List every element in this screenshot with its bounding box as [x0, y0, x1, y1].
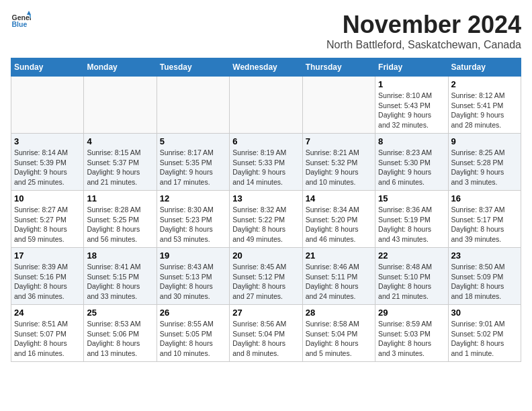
calendar-cell: 3Sunrise: 8:14 AM Sunset: 5:39 PM Daylig… [11, 134, 84, 191]
calendar-cell: 15Sunrise: 8:36 AM Sunset: 5:19 PM Dayli… [375, 191, 448, 248]
day-header-friday: Friday [375, 58, 448, 77]
day-number: 20 [232, 250, 299, 261]
day-header-tuesday: Tuesday [157, 58, 229, 77]
day-number: 15 [378, 193, 445, 203]
day-info: Sunrise: 8:36 AM Sunset: 5:19 PM Dayligh… [378, 205, 445, 244]
day-header-monday: Monday [84, 58, 157, 77]
day-info: Sunrise: 8:15 AM Sunset: 5:37 PM Dayligh… [87, 148, 153, 187]
calendar-cell: 19Sunrise: 8:43 AM Sunset: 5:13 PM Dayli… [157, 248, 229, 305]
day-info: Sunrise: 8:46 AM Sunset: 5:11 PM Dayligh… [306, 262, 372, 302]
day-number: 4 [87, 136, 153, 146]
day-info: Sunrise: 8:19 AM Sunset: 5:33 PM Dayligh… [232, 148, 299, 187]
day-number: 7 [306, 136, 372, 146]
calendar-cell [11, 77, 84, 134]
month-title: November 2024 [326, 11, 521, 39]
calendar-cell: 7Sunrise: 8:21 AM Sunset: 5:32 PM Daylig… [302, 134, 375, 191]
day-number: 25 [87, 308, 153, 318]
calendar-week-row: 10Sunrise: 8:27 AM Sunset: 5:27 PM Dayli… [11, 191, 521, 248]
day-number: 2 [451, 79, 518, 89]
day-info: Sunrise: 8:43 AM Sunset: 5:13 PM Dayligh… [160, 262, 226, 302]
day-number: 18 [87, 250, 153, 261]
day-number: 28 [306, 308, 372, 318]
day-info: Sunrise: 9:01 AM Sunset: 5:02 PM Dayligh… [451, 319, 518, 359]
day-number: 14 [306, 193, 372, 203]
day-info: Sunrise: 8:28 AM Sunset: 5:25 PM Dayligh… [87, 205, 153, 244]
day-number: 19 [160, 250, 226, 261]
calendar-cell: 25Sunrise: 8:53 AM Sunset: 5:06 PM Dayli… [84, 305, 157, 362]
day-number: 30 [451, 308, 518, 318]
day-number: 21 [306, 250, 372, 261]
logo-icon: General Blue [11, 11, 31, 31]
calendar-cell: 13Sunrise: 8:32 AM Sunset: 5:22 PM Dayli… [230, 191, 302, 248]
day-info: Sunrise: 8:27 AM Sunset: 5:27 PM Dayligh… [14, 205, 81, 244]
svg-text:Blue: Blue [12, 20, 28, 28]
day-info: Sunrise: 8:59 AM Sunset: 5:03 PM Dayligh… [378, 319, 445, 359]
day-header-wednesday: Wednesday [230, 58, 302, 77]
day-info: Sunrise: 8:10 AM Sunset: 5:43 PM Dayligh… [378, 91, 445, 130]
day-number: 26 [160, 308, 226, 318]
calendar-header-row: SundayMondayTuesdayWednesdayThursdayFrid… [11, 58, 521, 77]
day-number: 29 [378, 308, 445, 318]
day-header-thursday: Thursday [302, 58, 375, 77]
day-number: 1 [378, 79, 445, 89]
day-number: 6 [232, 136, 299, 146]
calendar-cell: 18Sunrise: 8:41 AM Sunset: 5:15 PM Dayli… [84, 248, 157, 305]
calendar-cell: 27Sunrise: 8:56 AM Sunset: 5:04 PM Dayli… [230, 305, 302, 362]
calendar-cell: 9Sunrise: 8:25 AM Sunset: 5:28 PM Daylig… [448, 134, 521, 191]
calendar-cell: 21Sunrise: 8:46 AM Sunset: 5:11 PM Dayli… [302, 248, 375, 305]
calendar-cell: 6Sunrise: 8:19 AM Sunset: 5:33 PM Daylig… [230, 134, 302, 191]
calendar-cell: 26Sunrise: 8:55 AM Sunset: 5:05 PM Dayli… [157, 305, 229, 362]
day-number: 23 [451, 250, 518, 261]
day-header-sunday: Sunday [11, 58, 84, 77]
calendar-cell: 2Sunrise: 8:12 AM Sunset: 5:41 PM Daylig… [448, 77, 521, 134]
calendar-cell [230, 77, 302, 134]
calendar-cell: 17Sunrise: 8:39 AM Sunset: 5:16 PM Dayli… [11, 248, 84, 305]
day-info: Sunrise: 8:41 AM Sunset: 5:15 PM Dayligh… [87, 262, 153, 302]
calendar-week-row: 24Sunrise: 8:51 AM Sunset: 5:07 PM Dayli… [11, 305, 521, 362]
day-number: 9 [451, 136, 518, 146]
day-info: Sunrise: 8:17 AM Sunset: 5:35 PM Dayligh… [160, 148, 226, 187]
calendar-cell: 28Sunrise: 8:58 AM Sunset: 5:04 PM Dayli… [302, 305, 375, 362]
day-info: Sunrise: 8:30 AM Sunset: 5:23 PM Dayligh… [160, 205, 226, 244]
calendar-cell: 23Sunrise: 8:50 AM Sunset: 5:09 PM Dayli… [448, 248, 521, 305]
day-number: 11 [87, 193, 153, 203]
day-number: 27 [232, 308, 299, 318]
day-info: Sunrise: 8:51 AM Sunset: 5:07 PM Dayligh… [14, 319, 81, 359]
calendar-cell: 14Sunrise: 8:34 AM Sunset: 5:20 PM Dayli… [302, 191, 375, 248]
day-info: Sunrise: 8:32 AM Sunset: 5:22 PM Dayligh… [232, 205, 299, 244]
calendar-cell: 1Sunrise: 8:10 AM Sunset: 5:43 PM Daylig… [375, 77, 448, 134]
day-number: 12 [160, 193, 226, 203]
day-info: Sunrise: 8:48 AM Sunset: 5:10 PM Dayligh… [378, 262, 445, 302]
calendar-cell: 10Sunrise: 8:27 AM Sunset: 5:27 PM Dayli… [11, 191, 84, 248]
day-info: Sunrise: 8:21 AM Sunset: 5:32 PM Dayligh… [306, 148, 372, 187]
day-info: Sunrise: 8:53 AM Sunset: 5:06 PM Dayligh… [87, 319, 153, 359]
header: General Blue November 2024 North Battlef… [11, 11, 521, 51]
calendar-cell: 5Sunrise: 8:17 AM Sunset: 5:35 PM Daylig… [157, 134, 229, 191]
calendar-cell [84, 77, 157, 134]
calendar-cell: 16Sunrise: 8:37 AM Sunset: 5:17 PM Dayli… [448, 191, 521, 248]
day-info: Sunrise: 8:50 AM Sunset: 5:09 PM Dayligh… [451, 262, 518, 302]
day-number: 22 [378, 250, 445, 261]
calendar: SundayMondayTuesdayWednesdayThursdayFrid… [11, 58, 521, 362]
subtitle: North Battleford, Saskatchewan, Canada [326, 39, 521, 51]
day-number: 3 [14, 136, 81, 146]
day-number: 17 [14, 250, 81, 261]
day-number: 10 [14, 193, 81, 203]
day-info: Sunrise: 8:58 AM Sunset: 5:04 PM Dayligh… [306, 319, 372, 359]
day-info: Sunrise: 8:56 AM Sunset: 5:04 PM Dayligh… [232, 319, 299, 359]
day-info: Sunrise: 8:25 AM Sunset: 5:28 PM Dayligh… [451, 148, 518, 187]
day-number: 5 [160, 136, 226, 146]
day-info: Sunrise: 8:37 AM Sunset: 5:17 PM Dayligh… [451, 205, 518, 244]
day-info: Sunrise: 8:55 AM Sunset: 5:05 PM Dayligh… [160, 319, 226, 359]
calendar-cell: 30Sunrise: 9:01 AM Sunset: 5:02 PM Dayli… [448, 305, 521, 362]
day-info: Sunrise: 8:45 AM Sunset: 5:12 PM Dayligh… [232, 262, 299, 302]
day-info: Sunrise: 8:14 AM Sunset: 5:39 PM Dayligh… [14, 148, 81, 187]
day-info: Sunrise: 8:34 AM Sunset: 5:20 PM Dayligh… [306, 205, 372, 244]
day-info: Sunrise: 8:23 AM Sunset: 5:30 PM Dayligh… [378, 148, 445, 187]
day-number: 24 [14, 308, 81, 318]
day-info: Sunrise: 8:12 AM Sunset: 5:41 PM Dayligh… [451, 91, 518, 130]
day-info: Sunrise: 8:39 AM Sunset: 5:16 PM Dayligh… [14, 262, 81, 302]
calendar-week-row: 1Sunrise: 8:10 AM Sunset: 5:43 PM Daylig… [11, 77, 521, 134]
calendar-week-row: 3Sunrise: 8:14 AM Sunset: 5:39 PM Daylig… [11, 134, 521, 191]
calendar-cell: 29Sunrise: 8:59 AM Sunset: 5:03 PM Dayli… [375, 305, 448, 362]
